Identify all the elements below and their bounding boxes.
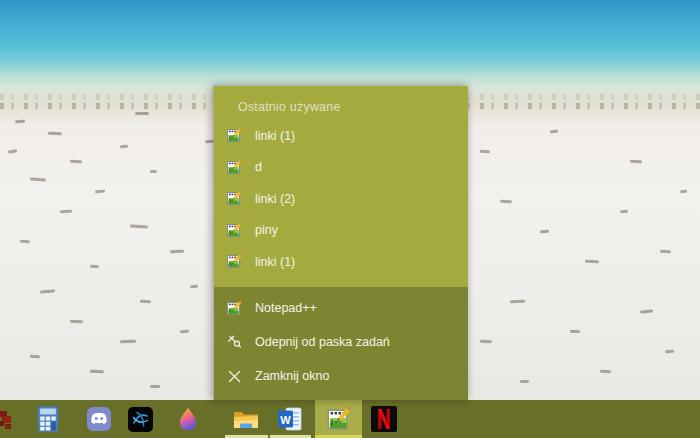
jumplist-recent-item[interactable]: linki (1) [214, 246, 468, 278]
sand-streak [90, 265, 99, 268]
notepad-doc-icon [226, 253, 243, 270]
sand-streak [8, 149, 17, 153]
battle-net-icon [128, 407, 153, 432]
paint-drop-icon [178, 407, 198, 432]
sand-streak [30, 177, 46, 181]
jumplist-item-label: linki (1) [255, 255, 295, 269]
sand-streak [135, 112, 149, 115]
taskbar-button-unknown-app[interactable] [0, 408, 11, 432]
sand-streak [150, 385, 160, 388]
sand-streak [520, 380, 529, 383]
jumplist-recent-item[interactable]: linki (2) [214, 183, 468, 215]
jumplist-task-close-window[interactable]: Zamknij okno [214, 359, 468, 393]
sand-streak [140, 300, 151, 303]
sand-streak [480, 340, 492, 343]
jumplist-item-label: linki (2) [255, 192, 295, 206]
jumplist-recent-item[interactable]: piny [214, 215, 468, 247]
sand-streak [120, 340, 136, 343]
svg-text:W: W [280, 414, 291, 426]
partial-red-icon [0, 408, 11, 432]
sand-streak [30, 355, 40, 358]
sand-streak [120, 145, 128, 148]
jumplist-task-label: Zamknij okno [255, 369, 329, 383]
sand-streak [480, 150, 490, 153]
sand-streak [48, 132, 62, 135]
taskbar-button-calculator[interactable] [26, 400, 70, 438]
sand-streak [95, 189, 105, 193]
file-explorer-icon [233, 409, 259, 430]
netflix-icon [371, 406, 397, 432]
taskbar-button-battle-net[interactable] [118, 400, 162, 438]
sand-streak [180, 330, 189, 333]
desktop-screen: Ostatnio używane linki (1) [0, 0, 700, 438]
notepad-doc-icon [226, 222, 243, 239]
discord-icon [87, 407, 111, 431]
sand-streak [570, 330, 580, 333]
taskbar-button-word[interactable]: W [268, 400, 312, 438]
taskbar-button-paint-app[interactable] [166, 400, 210, 438]
jumplist-item-label: piny [255, 223, 278, 237]
jumplist-task-launch-app[interactable]: Notepad++ [214, 291, 468, 325]
word-icon: W [277, 407, 303, 431]
jumplist-recent-item[interactable]: linki (1) [214, 120, 468, 152]
sand-streak [510, 300, 525, 303]
taskbar-button-netflix[interactable] [362, 400, 406, 438]
sand-streak [540, 230, 549, 233]
sand-streak [665, 350, 674, 353]
sand-streak [550, 130, 558, 133]
jumplist-task-label: Odepnij od paska zadań [255, 335, 390, 349]
calculator-icon [37, 406, 59, 432]
sand-streak [190, 285, 198, 288]
taskbar-button-file-explorer[interactable] [224, 400, 268, 438]
close-icon [226, 368, 243, 385]
jumplist-panel: Ostatnio używane linki (1) [213, 86, 468, 400]
sand-streak [130, 225, 148, 228]
jumplist-task-label: Notepad++ [255, 301, 317, 315]
sand-streak [660, 250, 671, 253]
notepad-plus-plus-icon [326, 406, 352, 433]
taskbar-button-notepad-plus-plus[interactable] [315, 400, 362, 438]
sand-streak [20, 240, 30, 243]
jumplist-recent-item[interactable]: d [214, 152, 468, 184]
notepad-doc-icon [226, 159, 243, 176]
jumplist-section-header: Ostatnio używane [214, 94, 468, 120]
sand-streak [70, 160, 82, 163]
sand-streak [585, 260, 599, 263]
jumplist-tasks-section: Notepad++ Odepnij od paska zadań [214, 287, 468, 400]
sand-streak [70, 320, 83, 323]
sand-streak [90, 370, 104, 373]
sand-streak [500, 200, 512, 203]
sand-streak [620, 210, 628, 213]
jumplist-recent-section: Ostatnio używane linki (1) [214, 86, 468, 287]
notepad-doc-icon [226, 127, 243, 144]
notepad-doc-icon [226, 190, 243, 207]
sand-streak [150, 170, 157, 173]
unpin-icon [226, 334, 243, 351]
jumplist-item-label: d [255, 160, 262, 174]
jumplist-item-label: linki (1) [255, 129, 295, 143]
sand-streak [170, 250, 184, 253]
notepad-plus-plus-icon [226, 300, 243, 317]
sand-streak [600, 370, 611, 373]
sand-streak [630, 160, 642, 163]
taskbar: W [0, 400, 700, 438]
sand-streak [60, 210, 72, 213]
jumplist-task-unpin[interactable]: Odepnij od paska zadań [214, 325, 468, 359]
sand-streak [640, 309, 653, 313]
sand-streak [680, 190, 687, 193]
sand-streak [15, 120, 25, 123]
sand-streak [40, 289, 55, 293]
taskbar-button-discord[interactable] [77, 400, 121, 438]
